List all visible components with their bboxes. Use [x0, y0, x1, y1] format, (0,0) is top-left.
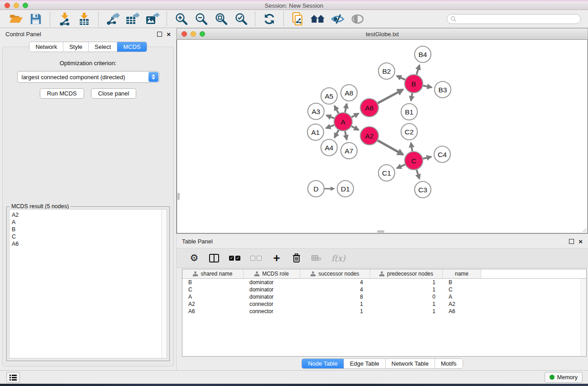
- tab-node-table[interactable]: Node Table: [302, 359, 344, 368]
- open-session-icon[interactable]: [8, 12, 24, 26]
- mcds-result-list[interactable]: A2ABCA6: [9, 209, 167, 358]
- cell-name[interactable]: C: [443, 286, 481, 293]
- zoom-out-icon[interactable]: [193, 12, 209, 26]
- close-table-panel-icon[interactable]: ×: [578, 239, 583, 244]
- graph-node-A8[interactable]: A8: [341, 85, 357, 101]
- table-row[interactable]: A6connector11A6: [182, 308, 586, 315]
- result-item[interactable]: A: [12, 219, 161, 226]
- optimization-criterion-dropdown[interactable]: largest connected component (directed): [17, 71, 159, 83]
- tab-network[interactable]: Network: [29, 42, 63, 52]
- edge-B-B4[interactable]: [416, 65, 419, 75]
- edge-A-A5[interactable]: [335, 106, 339, 114]
- cell-successor-nodes[interactable]: 1: [300, 308, 370, 315]
- graph-node-C[interactable]: C: [405, 152, 423, 170]
- result-item[interactable]: A2: [12, 211, 161, 219]
- column-header-name[interactable]: name: [443, 269, 481, 278]
- graph-node-A1[interactable]: A1: [307, 124, 324, 140]
- column-header-shared-name[interactable]: shared name: [182, 269, 244, 278]
- cell-name[interactable]: B: [443, 279, 481, 286]
- resize-grip-icon[interactable]: [581, 227, 587, 232]
- cell-name[interactable]: A6: [443, 308, 481, 315]
- cell-name[interactable]: A: [443, 294, 481, 300]
- edge-A-A8[interactable]: [345, 104, 347, 112]
- delete-column-icon[interactable]: [292, 252, 301, 264]
- graph-node-B[interactable]: B: [405, 75, 423, 93]
- import-network-icon[interactable]: [57, 12, 72, 26]
- graph-node-A4[interactable]: A4: [321, 139, 337, 156]
- column-header-MCDS-role[interactable]: MCDS role: [244, 269, 300, 278]
- cell-shared-name[interactable]: A6: [182, 308, 244, 315]
- cell-MCDS-role[interactable]: dominator: [244, 279, 300, 286]
- add-column-icon[interactable]: +: [272, 252, 282, 264]
- column-header-successor-nodes[interactable]: successor nodes: [300, 269, 370, 278]
- network-window-titlebar[interactable]: testGlobe.txt: [177, 28, 588, 40]
- cell-successor-nodes[interactable]: 4: [300, 286, 370, 293]
- cell-predecessor-nodes[interactable]: 1: [370, 279, 443, 286]
- graph-node-A5[interactable]: A5: [321, 88, 337, 104]
- save-session-icon[interactable]: [28, 12, 43, 26]
- cell-predecessor-nodes[interactable]: 1: [370, 308, 443, 315]
- network-canvas[interactable]: B4B2BB3A8A5A6A3B1AA1C2A2A4A7C4CC1DD1C3: [177, 40, 588, 234]
- edge-B-B2[interactable]: [397, 76, 405, 80]
- float-table-panel-icon[interactable]: [569, 239, 574, 244]
- column-header-predecessor-nodes[interactable]: predecessor nodes: [370, 269, 443, 278]
- tab-select[interactable]: Select: [89, 42, 117, 52]
- edge-A6-B[interactable]: [378, 90, 403, 103]
- eye-icon[interactable]: [350, 12, 365, 26]
- edge-A-A6[interactable]: [352, 114, 359, 117]
- tab-network-table[interactable]: Network Table: [386, 359, 435, 368]
- result-item[interactable]: A6: [12, 240, 161, 248]
- result-item[interactable]: B: [12, 226, 161, 233]
- import-table-icon[interactable]: [76, 12, 92, 26]
- hide-eye-icon[interactable]: [330, 12, 345, 26]
- duplicate-network-icon[interactable]: [290, 12, 306, 26]
- graph-node-D[interactable]: D: [308, 181, 324, 197]
- refresh-icon[interactable]: [262, 12, 277, 26]
- edge-B-B1[interactable]: [411, 93, 412, 101]
- graph-node-A7[interactable]: A7: [341, 143, 357, 159]
- cell-predecessor-nodes[interactable]: 1: [370, 286, 443, 293]
- cell-successor-nodes[interactable]: 8: [300, 294, 370, 300]
- cell-MCDS-role[interactable]: dominator: [244, 294, 300, 300]
- export-network-icon[interactable]: [105, 12, 120, 26]
- search-input[interactable]: [447, 14, 581, 24]
- float-panel-icon[interactable]: [157, 32, 162, 37]
- table-row[interactable]: Cdominator41C: [182, 286, 586, 293]
- edge-A2-C[interactable]: [378, 140, 403, 155]
- graph-node-A6[interactable]: A6: [360, 99, 378, 117]
- cell-successor-nodes[interactable]: 4: [300, 279, 370, 286]
- cell-MCDS-role[interactable]: connector: [244, 308, 300, 315]
- result-list-scrollbar[interactable]: [161, 210, 167, 358]
- table-row[interactable]: Adominator80A: [182, 293, 586, 300]
- cell-name[interactable]: A2: [443, 301, 481, 307]
- vertical-scroll-indicator[interactable]: [177, 193, 180, 200]
- tab-motifs[interactable]: Motifs: [435, 359, 463, 368]
- horizontal-scroll-indicator[interactable]: [377, 230, 384, 233]
- graph-node-A3[interactable]: A3: [308, 103, 324, 119]
- deselect-all-columns-icon[interactable]: [250, 252, 262, 264]
- cell-predecessor-nodes[interactable]: 1: [370, 301, 443, 307]
- close-panel-icon[interactable]: ×: [167, 32, 171, 37]
- cell-successor-nodes[interactable]: 1: [300, 301, 370, 307]
- edge-A-A3[interactable]: [326, 115, 334, 119]
- edge-A-A2[interactable]: [352, 126, 359, 130]
- zoom-fit-icon[interactable]: [213, 12, 229, 26]
- graph-node-C3[interactable]: C3: [415, 181, 431, 198]
- home-icon[interactable]: [310, 12, 325, 26]
- cell-shared-name[interactable]: A2: [182, 301, 244, 307]
- zoom-selected-icon[interactable]: [233, 12, 249, 26]
- cell-MCDS-role[interactable]: dominator: [244, 286, 300, 293]
- export-image-icon[interactable]: [145, 12, 160, 26]
- cell-MCDS-role[interactable]: connector: [244, 301, 300, 307]
- edge-C-C1[interactable]: [397, 165, 405, 168]
- graph-node-B3[interactable]: B3: [435, 81, 451, 98]
- edge-A-A1[interactable]: [326, 125, 334, 128]
- edge-C-C4[interactable]: [423, 157, 431, 158]
- tab-edge-table[interactable]: Edge Table: [344, 359, 386, 368]
- graph-node-C2[interactable]: C2: [401, 124, 417, 140]
- edge-A-A4[interactable]: [335, 130, 339, 138]
- graph-node-C4[interactable]: C4: [434, 146, 450, 162]
- cell-predecessor-nodes[interactable]: 0: [370, 294, 443, 300]
- table-row[interactable]: A2connector11A2: [182, 300, 586, 308]
- result-item[interactable]: C: [12, 233, 161, 240]
